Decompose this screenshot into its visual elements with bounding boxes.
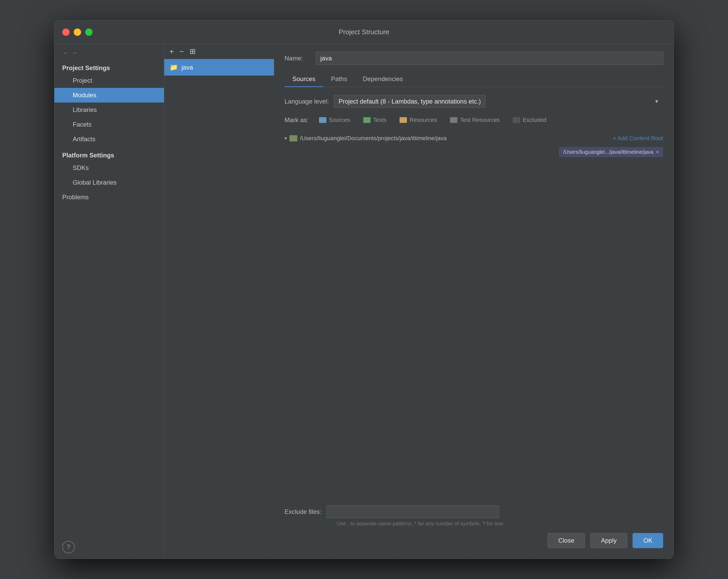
mark-excluded-button[interactable]: Excluded <box>510 115 549 125</box>
exclude-files-hint: Use ; to separate name patterns, * for a… <box>337 521 663 527</box>
add-module-button[interactable]: + <box>168 47 175 56</box>
sidebar: ← → Project Settings Project Modules Lib… <box>54 44 164 559</box>
exclude-section: Exclude files: Use ; to separate name pa… <box>285 498 663 527</box>
left-col: + − ⊞ 📁 java <box>164 44 274 559</box>
minimize-button[interactable] <box>74 28 81 36</box>
window-title: Project Structure <box>339 28 389 36</box>
right-side-root: + Add Content Root /Users/liuguanglei...… <box>559 132 663 157</box>
apply-button[interactable]: Apply <box>590 533 627 548</box>
test-resources-folder-icon <box>450 117 457 123</box>
content-root-path: /Users/liuguanglei/Documents/projects/ja… <box>300 135 447 142</box>
excluded-folder-icon <box>513 117 520 123</box>
ok-button[interactable]: OK <box>632 533 663 548</box>
sidebar-item-sdks[interactable]: SDKs <box>54 161 164 175</box>
content-root-badge: /Users/liuguanglei.../java/ittimeline/ja… <box>559 147 663 157</box>
sidebar-item-problems[interactable]: Problems <box>54 190 164 205</box>
exclude-row: Exclude files: <box>285 505 663 518</box>
close-button[interactable] <box>62 28 70 36</box>
platform-settings-label: Platform Settings <box>54 147 164 161</box>
right-col: Name: Sources Paths Dependencies <box>274 44 674 559</box>
content-folder-icon <box>289 135 297 141</box>
sidebar-item-libraries[interactable]: Libraries <box>54 103 164 117</box>
resources-folder-icon <box>399 117 407 123</box>
mark-sources-button[interactable]: Sources <box>316 115 353 125</box>
badge-close-button[interactable]: × <box>656 149 659 155</box>
mark-test-resources-button[interactable]: Test Resources <box>447 115 502 125</box>
tests-folder-icon <box>363 117 370 123</box>
language-level-select[interactable]: Project default (8 - Lambdas, type annot… <box>334 95 485 108</box>
module-toolbar: + − ⊞ <box>164 44 274 59</box>
language-level-wrapper: Project default (8 - Lambdas, type annot… <box>334 95 663 108</box>
mark-tests-button[interactable]: Tests <box>361 115 389 125</box>
tree-area: ▾ /Users/liuguanglei/Documents/projects/… <box>285 132 554 144</box>
project-settings-label: Project Settings <box>54 59 164 73</box>
panel-body: + − ⊞ 📁 java Name: S <box>164 44 674 559</box>
mark-resources-button[interactable]: Resources <box>397 115 440 125</box>
sources-folder-icon <box>319 117 326 123</box>
sidebar-item-modules[interactable]: Modules <box>54 88 164 103</box>
bottom-buttons: Close Apply OK <box>285 527 663 551</box>
copy-module-button[interactable]: ⊞ <box>188 47 197 56</box>
sidebar-item-facets[interactable]: Facets <box>54 117 164 132</box>
chevron-icon: ▾ <box>285 135 287 141</box>
name-label: Name: <box>285 55 311 62</box>
traffic-lights <box>62 28 93 36</box>
forward-arrow[interactable]: → <box>71 49 77 56</box>
sidebar-item-project[interactable]: Project <box>54 73 164 88</box>
project-structure-window: Project Structure ← → Project Settings P… <box>54 20 674 559</box>
close-button[interactable]: Close <box>548 533 585 548</box>
tabs-row: Sources Paths Dependencies <box>285 71 663 87</box>
remove-module-button[interactable]: − <box>178 47 185 56</box>
module-name: java <box>181 64 193 71</box>
back-arrow[interactable]: ← <box>62 49 69 56</box>
mark-as-row: Mark as: Sources Tests Resources <box>285 115 663 125</box>
exclude-files-label: Exclude files: <box>285 508 321 516</box>
name-row: Name: <box>285 52 663 65</box>
badge-label: /Users/liuguanglei.../java/ittimeline/ja… <box>563 149 653 155</box>
tab-sources[interactable]: Sources <box>285 71 323 87</box>
spacer <box>285 157 663 498</box>
help-button[interactable]: ? <box>62 541 75 553</box>
main-content: ← → Project Settings Project Modules Lib… <box>54 44 674 559</box>
exclude-files-input[interactable] <box>327 505 499 518</box>
name-input[interactable] <box>316 52 663 65</box>
sidebar-bottom: ? <box>54 535 164 559</box>
language-level-label: Language level: <box>285 98 329 105</box>
tab-dependencies[interactable]: Dependencies <box>355 71 411 87</box>
titlebar: Project Structure <box>54 20 674 44</box>
mark-as-label: Mark as: <box>285 116 309 124</box>
tree-row: ▾ /Users/liuguanglei/Documents/projects/… <box>285 132 554 144</box>
sidebar-item-artifacts[interactable]: Artifacts <box>54 132 164 147</box>
module-list-item[interactable]: 📁 java <box>164 59 274 76</box>
language-level-row: Language level: Project default (8 - Lam… <box>285 95 663 108</box>
maximize-button[interactable] <box>85 28 93 36</box>
nav-arrows: ← → <box>54 44 164 59</box>
module-folder-icon: 📁 <box>170 63 178 71</box>
sidebar-item-global-libraries[interactable]: Global Libraries <box>54 175 164 190</box>
add-content-root-button[interactable]: + Add Content Root <box>613 132 663 144</box>
content-root-row: ▾ /Users/liuguanglei/Documents/projects/… <box>285 132 663 157</box>
tab-paths[interactable]: Paths <box>323 71 355 87</box>
